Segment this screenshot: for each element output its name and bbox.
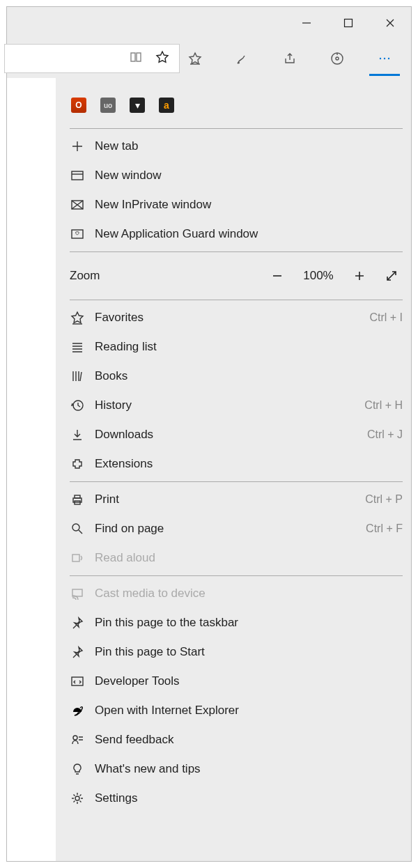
menu-new-tab[interactable]: New tab: [70, 132, 403, 161]
menu-label: New tab: [95, 139, 403, 153]
separator: [70, 251, 403, 252]
menu-label: Read aloud: [95, 551, 403, 565]
svg-point-17: [73, 736, 77, 740]
menu-downloads[interactable]: Downloads Ctrl + J: [70, 420, 403, 449]
menu-label: What's new and tips: [95, 762, 403, 776]
svg-point-5: [388, 58, 389, 59]
zoom-value: 100%: [298, 269, 339, 283]
menu-new-inprivate[interactable]: New InPrivate window: [70, 190, 403, 219]
menu-print[interactable]: Print Ctrl + P: [70, 485, 403, 514]
ublock-extension-icon[interactable]: uo: [100, 98, 116, 113]
menu-read-aloud: Read aloud: [70, 543, 403, 573]
zoom-out-button[interactable]: [266, 269, 288, 283]
menu-cast: Cast media to device: [70, 579, 403, 608]
office-extension-icon[interactable]: O: [71, 98, 86, 113]
menu-pin-start[interactable]: Pin this page to Start: [70, 637, 403, 667]
shield-window-icon: [70, 227, 85, 241]
menu-app-guard[interactable]: New Application Guard window: [70, 219, 403, 249]
settings-icon: [70, 791, 85, 805]
menu-new-window[interactable]: New window: [70, 161, 403, 190]
share-button[interactable]: [274, 43, 305, 74]
notes-button[interactable]: [227, 43, 258, 74]
amazon-extension-icon[interactable]: a: [159, 98, 174, 113]
menu-feedback[interactable]: Send feedback: [70, 725, 403, 754]
read-aloud-icon: [70, 551, 85, 565]
menu-label: New Application Guard window: [95, 227, 403, 241]
menu-label: Developer Tools: [95, 674, 403, 688]
password-button[interactable]: [322, 43, 353, 74]
downloads-icon: [70, 428, 85, 442]
menu-pin-taskbar[interactable]: Pin this page to the taskbar: [70, 608, 403, 637]
ie-icon: [70, 704, 85, 718]
favorite-star-icon[interactable]: [155, 50, 169, 68]
separator: [70, 300, 403, 300]
menu-history[interactable]: History Ctrl + H: [70, 391, 403, 420]
svg-point-4: [384, 58, 385, 59]
print-icon: [70, 493, 85, 506]
zoom-in-button[interactable]: [348, 269, 371, 283]
zoom-label: Zoom: [70, 269, 256, 283]
extensions-icon: [70, 457, 85, 471]
feedback-icon: [70, 733, 85, 747]
svg-rect-14: [72, 555, 79, 561]
extensions-row: O uo ▾ a: [70, 95, 403, 125]
menu-label: Find on page: [95, 522, 356, 536]
toolbar-actions: [180, 43, 407, 74]
svg-point-13: [72, 524, 79, 531]
books-icon: [70, 369, 85, 383]
settings-more-menu: O uo ▾ a New tab New window New InPrivat…: [70, 95, 403, 813]
favorites-icon: [70, 311, 85, 325]
svg-rect-11: [75, 495, 80, 498]
minimize-button[interactable]: [286, 7, 327, 39]
pocket-extension-icon[interactable]: ▾: [130, 98, 145, 113]
cast-icon: [70, 587, 85, 600]
svg-point-2: [336, 57, 339, 60]
svg-point-18: [75, 796, 79, 800]
menu-find[interactable]: Find on page Ctrl + F: [70, 514, 403, 543]
menu-reading-list[interactable]: Reading list: [70, 332, 403, 362]
fullscreen-button[interactable]: [380, 269, 403, 283]
browser-window: O uo ▾ a New tab New window New InPrivat…: [7, 7, 411, 861]
plus-icon: [70, 139, 85, 153]
menu-label: Print: [95, 493, 355, 506]
address-bar[interactable]: [4, 44, 180, 73]
maximize-button[interactable]: [327, 7, 369, 39]
svg-point-3: [380, 58, 381, 59]
reading-list-icon: [70, 340, 85, 354]
toolbar: [7, 39, 411, 78]
shortcut-text: Ctrl + I: [369, 311, 403, 324]
menu-label: Favorites: [95, 311, 359, 325]
separator: [70, 128, 403, 129]
more-button[interactable]: [369, 43, 400, 76]
menu-whats-new[interactable]: What's new and tips: [70, 754, 403, 784]
menu-settings[interactable]: Settings: [70, 784, 403, 813]
menu-label: New window: [95, 169, 403, 183]
menu-label: Extensions: [95, 457, 403, 471]
page-content: [7, 78, 56, 861]
menu-label: Open with Internet Explorer: [95, 704, 403, 718]
svg-rect-16: [72, 677, 83, 685]
menu-label: Pin this page to Start: [95, 645, 403, 659]
menu-devtools[interactable]: Developer Tools: [70, 667, 403, 696]
menu-open-ie[interactable]: Open with Internet Explorer: [70, 696, 403, 725]
pin-icon: [70, 616, 85, 630]
menu-label: Downloads: [95, 428, 357, 442]
menu-favorites[interactable]: Favorites Ctrl + I: [70, 303, 403, 332]
menu-label: New InPrivate window: [95, 198, 403, 212]
shortcut-text: Ctrl + F: [366, 522, 403, 535]
separator: [70, 575, 403, 576]
window-icon: [70, 169, 85, 183]
favorites-hub-button[interactable]: [180, 43, 210, 74]
svg-rect-6: [72, 171, 83, 180]
pin-icon: [70, 645, 85, 659]
menu-books[interactable]: Books: [70, 362, 403, 391]
zoom-control: Zoom 100%: [70, 255, 403, 297]
menu-extensions[interactable]: Extensions: [70, 449, 403, 479]
history-icon: [70, 398, 85, 412]
reading-view-icon[interactable]: [129, 50, 143, 68]
close-button[interactable]: [369, 7, 411, 39]
menu-label: Settings: [95, 791, 403, 805]
devtools-icon: [70, 674, 85, 688]
menu-label: Reading list: [95, 340, 403, 354]
menu-label: Send feedback: [95, 733, 403, 747]
